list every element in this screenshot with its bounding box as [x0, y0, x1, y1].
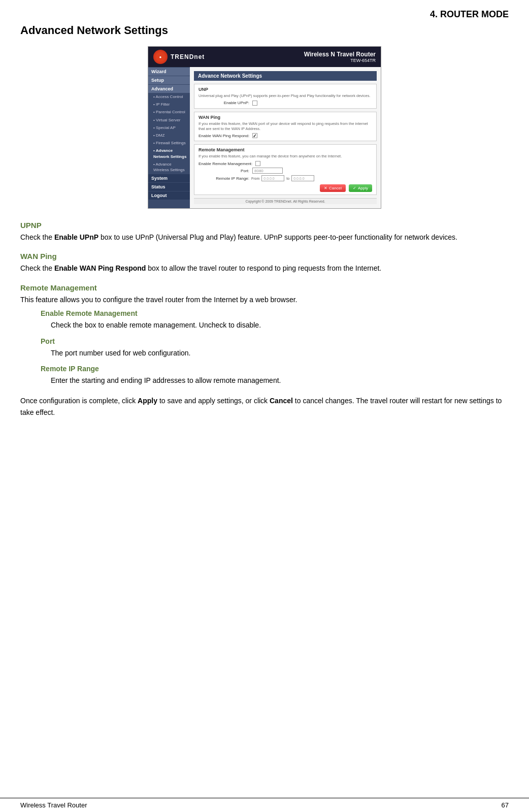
brand-name: TRENDnet: [171, 53, 205, 60]
sidebar-item-advance-network[interactable]: Advance Network Settings: [148, 147, 190, 160]
cancel-icon: ✕: [324, 186, 327, 190]
sidebar-item-dmz[interactable]: DMZ: [148, 132, 190, 139]
remote-mgmt-section: Remote Management If you enable this fea…: [194, 144, 377, 195]
router-body: Wizard Setup Advanced Access Control IP …: [148, 67, 381, 208]
wan-ping-doc-paragraph: Check the Enable WAN Ping Respond box to…: [20, 263, 509, 274]
cancel-button[interactable]: ✕ Cancel: [320, 184, 346, 192]
product-name: Wireless N Travel Router: [304, 51, 376, 58]
ip-range-row: Remote IP Range: From to: [199, 175, 372, 181]
upnp-label: Enable UPnP:: [199, 101, 249, 105]
ip-to-input[interactable]: [291, 175, 314, 181]
upnp-desc: Universal plug and Play (UPnP) supports …: [199, 93, 372, 99]
port-label: Port:: [199, 169, 249, 173]
footer-left: Wireless Travel Router: [20, 801, 87, 809]
wan-ping-label: Enable WAN Ping Respond:: [199, 134, 249, 138]
port-sub-text: The port number used for web configurati…: [51, 347, 509, 359]
sidebar-item-special-ap[interactable]: Special AP: [148, 124, 190, 132]
enable-remote-label: Enable Remote Management:: [199, 161, 252, 166]
enable-remote-checkbox[interactable]: [255, 161, 260, 166]
wan-ping-title: WAN Ping: [199, 115, 372, 120]
router-logo: ● TRENDnet: [153, 50, 205, 64]
router-model: Wireless N Travel Router TEW-654TR: [304, 51, 376, 63]
remote-mgmt-doc-title: Remote Management: [20, 283, 509, 292]
footer-right: 67: [502, 801, 509, 809]
wan-ping-checkbox[interactable]: ✓: [252, 133, 257, 138]
wan-ping-field-row: Enable WAN Ping Respond: ✓: [199, 133, 372, 138]
upnp-field-row: Enable UPnP:: [199, 101, 372, 106]
enable-remote-sub-text: Check the box to enable remote managemen…: [51, 319, 509, 331]
panel-title: Advance Network Settings: [194, 71, 377, 81]
wan-ping-doc-section: WAN Ping Check the Enable WAN Ping Respo…: [20, 252, 509, 274]
router-main-panel: Advance Network Settings UNP Universal p…: [190, 67, 381, 208]
sidebar-logout[interactable]: Logout: [148, 191, 190, 200]
sidebar-setup[interactable]: Setup: [148, 76, 190, 84]
button-row: ✕ Cancel ✓ Apply: [199, 184, 372, 192]
port-input[interactable]: [252, 168, 283, 174]
conclusion-section: Once configuration is complete, click Ap…: [20, 395, 509, 418]
router-footer-text: Copyright © 2009 TRENDnet. All Rights Re…: [194, 198, 377, 204]
apply-button[interactable]: ✓ Apply: [349, 184, 372, 192]
sidebar-advanced[interactable]: Advanced: [148, 85, 190, 93]
upnp-doc-title: UPNP: [20, 221, 509, 230]
section-title: Advanced Network Settings: [20, 24, 509, 37]
conclusion-paragraph: Once configuration is complete, click Ap…: [20, 395, 509, 418]
page-footer: Wireless Travel Router 67: [0, 798, 529, 812]
cancel-label: Cancel: [329, 186, 342, 190]
enable-remote-subsection: Enable Remote Management Check the box t…: [41, 309, 509, 331]
sidebar-system[interactable]: System: [148, 174, 190, 182]
upnp-section: UNP Universal plug and Play (UPnP) suppo…: [194, 84, 377, 109]
router-sidebar: Wizard Setup Advanced Access Control IP …: [148, 67, 190, 208]
wan-ping-section: WAN Ping If you enable this feature, the…: [194, 112, 377, 142]
chapter-title: 4. ROUTER MODE: [430, 9, 509, 19]
sidebar-status[interactable]: Status: [148, 183, 190, 191]
sidebar-wizard[interactable]: Wizard: [148, 68, 190, 76]
router-screenshot: ● TRENDnet Wireless N Travel Router TEW-…: [148, 46, 381, 209]
sidebar-item-ip-filter[interactable]: IP Filter: [148, 101, 190, 108]
upnp-bold-text: Enable UPnP: [54, 233, 98, 241]
wan-ping-doc-title: WAN Ping: [20, 252, 509, 261]
to-label: to: [286, 177, 289, 180]
wan-ping-bold-text: Enable WAN Ping Respond: [54, 264, 146, 272]
upnp-doc-section: UPNP Check the Enable UPnP box to use UP…: [20, 221, 509, 243]
sidebar-item-virtual-server[interactable]: Virtual Server: [148, 116, 190, 124]
router-header: ● TRENDnet Wireless N Travel Router TEW-…: [148, 47, 381, 67]
remote-ip-sub-title: Remote IP Range: [41, 365, 509, 373]
wan-ping-desc: If you enable this feature, the WAN port…: [199, 121, 372, 132]
model-number: TEW-654TR: [304, 58, 376, 63]
ip-range-label: Remote IP Range:: [199, 176, 249, 181]
remote-mgmt-title: Remote Management: [199, 147, 372, 152]
upnp-checkbox[interactable]: [252, 101, 257, 106]
enable-remote-row: Enable Remote Management:: [199, 161, 372, 166]
remote-mgmt-desc: If you enable this feature, you can mana…: [199, 154, 372, 159]
remote-mgmt-doc-section: Remote Management This feature allows yo…: [20, 283, 509, 386]
ip-from-input[interactable]: [261, 175, 284, 181]
sidebar-item-firewall[interactable]: Firewall Settings: [148, 139, 190, 147]
upnp-title: UNP: [199, 87, 372, 92]
enable-remote-sub-title: Enable Remote Management: [41, 309, 509, 317]
page-header: 4. ROUTER MODE: [0, 0, 529, 24]
apply-icon: ✓: [353, 186, 356, 190]
from-label: From: [251, 177, 259, 180]
remote-ip-subsection: Remote IP Range Enter the starting and e…: [41, 365, 509, 386]
remote-mgmt-doc-paragraph: This feature allows you to configure the…: [20, 294, 509, 305]
conclusion-apply-bold: Apply: [138, 397, 157, 405]
remote-ip-sub-text: Enter the starting and ending IP address…: [51, 375, 509, 386]
sidebar-item-access-control[interactable]: Access Control: [148, 93, 190, 101]
conclusion-cancel-bold: Cancel: [270, 397, 293, 405]
port-row: Port:: [199, 168, 372, 174]
port-subsection: Port The port number used for web config…: [41, 337, 509, 359]
sidebar-item-parental-control[interactable]: Parental Control: [148, 108, 190, 116]
trendnet-logo-icon: ●: [153, 50, 168, 64]
apply-label: Apply: [358, 186, 368, 190]
sidebar-item-advance-wireless[interactable]: Advance Wireless Settings: [148, 160, 190, 174]
upnp-doc-paragraph: Check the Enable UPnP box to use UPnP (U…: [20, 232, 509, 243]
port-sub-title: Port: [41, 337, 509, 345]
